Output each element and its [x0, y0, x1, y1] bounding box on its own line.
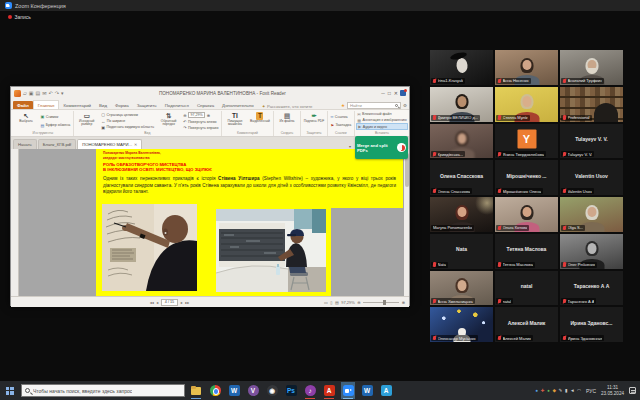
customize-qat-icon[interactable]: ▾: [61, 90, 64, 96]
tellme-box[interactable]: ✦Расскажите, что хотите: [262, 104, 313, 109]
menu-tab-2[interactable]: Комментарий: [59, 101, 95, 109]
taskbar-app-chrome[interactable]: [208, 382, 222, 399]
tray-icon-7[interactable]: ◠: [577, 388, 581, 393]
document-view[interactable]: Пономаренко Марина Валентинівна, кандида…: [11, 149, 409, 296]
ribbon-button[interactable]: ▤Буфер обмена: [40, 123, 72, 128]
participant-tile[interactable]: NataNata: [430, 234, 493, 269]
ribbon-button[interactable]: ✉Вложенный файл: [356, 112, 408, 117]
next-page-icon[interactable]: ▸: [181, 300, 183, 305]
document-tab-1[interactable]: Бланк_КГВ.pdf: [38, 139, 76, 149]
action-center-icon[interactable]: [629, 387, 636, 394]
tray-icon-4[interactable]: ✎: [559, 388, 563, 393]
ribbon-button[interactable]: ⇅Обратный порядок: [157, 111, 180, 131]
participant-tile[interactable]: YЯнина Твердохлебова: [495, 124, 558, 159]
taskbar-app-media-player[interactable]: ♪: [303, 382, 317, 399]
recording-indicator[interactable]: Запись: [8, 14, 31, 20]
tray-icon-3[interactable]: ◆: [552, 388, 556, 393]
vertical-scrollbar[interactable]: [404, 149, 409, 296]
close-icon[interactable]: ✕: [394, 90, 398, 96]
save-icon[interactable]: ▣: [29, 90, 34, 96]
participant-tile[interactable]: Кривдівська...: [430, 124, 493, 159]
foxit-titlebar[interactable]: ▱▣▤✉↶↷▾ ПОНОМАРЕНКО МАРИНА ВАЛЕНТИНОВНА …: [11, 87, 409, 99]
menu-tab-4[interactable]: Форма: [111, 101, 133, 109]
close-tab-icon[interactable]: ✕: [134, 142, 137, 147]
participant-tile[interactable]: Professional: [560, 87, 623, 122]
ribbon-button[interactable]: ▢Страница целиком: [100, 112, 155, 117]
email-icon[interactable]: ✉: [42, 90, 46, 96]
restore-icon[interactable]: □: [388, 90, 391, 96]
settings-gear-icon[interactable]: ⚙: [403, 103, 407, 108]
foxit-account-icon[interactable]: [400, 90, 406, 96]
taskbar-app-acrobat[interactable]: A: [322, 382, 336, 399]
ribbon-button[interactable]: TIПишущая машинка: [223, 111, 246, 131]
participant-tile[interactable]: Олександр Мусієнко: [430, 307, 493, 342]
ribbon-button[interactable]: ⚑Закладка: [329, 123, 352, 128]
zoom-in-icon[interactable]: ⊕: [207, 113, 210, 118]
undo-icon[interactable]: ↶: [49, 90, 53, 96]
single-page-view-icon[interactable]: ▭: [324, 300, 328, 305]
zoom-slider-thumb[interactable]: [383, 300, 386, 305]
ribbon-button[interactable]: ▣Снимок: [40, 114, 72, 119]
taskbar-app-viber[interactable]: V: [246, 382, 260, 399]
first-page-icon[interactable]: ◂◂: [150, 300, 154, 305]
ribbon-button[interactable]: ▭Исходный размер: [75, 111, 98, 131]
tray-icon-1[interactable]: ✚: [541, 388, 545, 393]
taskbar-app-camera[interactable]: ◉: [265, 382, 279, 399]
participant-tile[interactable]: Олег Рябченко: [560, 234, 623, 269]
taskbar-app-paint[interactable]: A: [379, 382, 393, 399]
menu-tab-7[interactable]: Справка: [193, 101, 218, 109]
ribbon-button[interactable]: ▤Из файла: [275, 111, 298, 131]
taskbar-app-photoshop[interactable]: Ps: [284, 382, 298, 399]
ribbon-button[interactable]: ▶Аудио и видео: [356, 123, 408, 130]
participant-tile[interactable]: Ольга Котова: [495, 197, 558, 232]
taskbar-clock[interactable]: 11:31 23.05.2024: [601, 385, 624, 396]
navigation-panel-strip[interactable]: [11, 149, 19, 296]
continuous-view-icon[interactable]: ▯: [330, 300, 332, 305]
page-number-field[interactable]: 4 / 15: [161, 299, 179, 306]
participant-tile[interactable]: Алексей МаликАлексей Малик: [495, 307, 558, 342]
participant-tile[interactable]: natalnatal: [495, 271, 558, 306]
taskbar-app-word-2[interactable]: W: [360, 382, 374, 399]
menu-tab-6[interactable]: Поделиться: [161, 101, 193, 109]
menu-tab-0[interactable]: Файл: [13, 101, 33, 109]
document-tab-2[interactable]: ПОНОМАРЕНКО МАРИ...✕: [77, 139, 142, 149]
ribbon-button[interactable]: ↖Выбрать: [15, 111, 38, 131]
print-icon[interactable]: ▤: [36, 90, 41, 96]
ribbon-button[interactable]: ▦Аннотация к изображению: [356, 118, 408, 123]
participant-tile[interactable]: Анатолий Труфкин: [560, 50, 623, 85]
facing-view-icon[interactable]: ▤: [335, 300, 339, 305]
taskbar-search-input[interactable]: Чтобы начать поиск, введите здесь запрос: [21, 384, 185, 397]
participant-tile[interactable]: Тетяна МасловаТетяна Маслова: [495, 234, 558, 269]
participant-tile[interactable]: Olga S...: [560, 197, 623, 232]
ribbon-button[interactable]: TВыделенный: [248, 111, 271, 131]
tray-icon-5[interactable]: ▮: [565, 388, 568, 393]
open-icon[interactable]: ▱: [23, 90, 27, 96]
language-indicator[interactable]: РУС: [586, 388, 596, 394]
participant-tile[interactable]: Анна Носенко: [495, 50, 558, 85]
menu-tab-8[interactable]: Дополнительно: [218, 101, 258, 109]
participant-tile[interactable]: Мірошніченко ...Мірошніченко Олена: [495, 160, 558, 195]
menu-tab-5[interactable]: Защитить: [133, 101, 161, 109]
document-tab-0[interactable]: Начать: [13, 139, 37, 149]
minimize-icon[interactable]: ─: [381, 90, 385, 96]
participant-tile[interactable]: Стелла Мулік: [495, 87, 558, 122]
taskbar-app-word[interactable]: W: [227, 382, 241, 399]
zoom-out-icon[interactable]: ⊖: [357, 300, 360, 305]
taskbar-app-file-explorer[interactable]: [189, 382, 203, 399]
promo-star-icon[interactable]: ★: [341, 103, 345, 108]
participant-tile[interactable]: Олена СпассковаОлена Спасскова: [430, 160, 493, 195]
zoom-slider[interactable]: [363, 302, 399, 303]
menu-tab-1[interactable]: Главная: [33, 100, 60, 109]
participant-tile[interactable]: Maryna Ponomarenko: [430, 197, 493, 232]
ribbon-button[interactable]: ↔По ширине: [100, 119, 155, 124]
start-button[interactable]: [2, 383, 17, 398]
tray-icon-2[interactable]: ●: [547, 388, 550, 393]
prev-page-icon[interactable]: ◂: [156, 300, 158, 305]
tray-icon-0[interactable]: ●: [536, 388, 539, 393]
last-page-icon[interactable]: ▸▸: [185, 300, 189, 305]
menu-tab-3[interactable]: Вид: [95, 101, 111, 109]
ribbon-button[interactable]: ↷Повернуть вправо: [182, 125, 219, 130]
participant-tile[interactable]: Тарасенко А АТарасенко А А: [560, 271, 623, 306]
participant-tile[interactable]: Irina1-Krasyuk: [430, 50, 493, 85]
ribbon-button[interactable]: ⊖97,29%⊕: [182, 112, 219, 118]
